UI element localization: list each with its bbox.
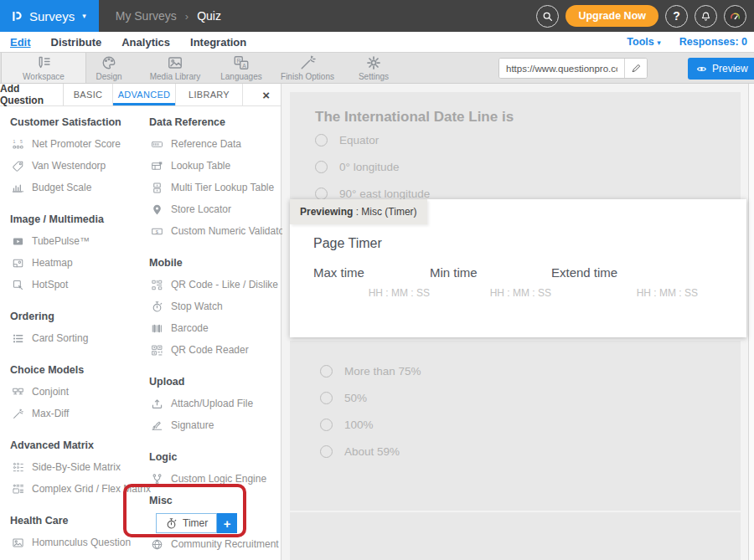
panel-tabs: BASICADVANCEDLIBRARY <box>64 84 243 105</box>
panel-tab-bar: Add Question BASICADVANCEDLIBRARY × <box>0 84 281 106</box>
question-type-heatmap[interactable]: Heatmap <box>8 252 141 274</box>
question-type-side-by-side-matrix[interactable]: Side-By-Side Matrix <box>8 456 141 478</box>
chevron-down-icon: ▾ <box>82 12 86 20</box>
question-type-barcode[interactable]: Barcode <box>144 317 280 339</box>
breadcrumb-separator: › <box>185 10 188 23</box>
top-header: Surveys ▾ My Surveys › Quiz Upgrade Now … <box>0 0 754 32</box>
tools-menu[interactable]: Tools ▾ <box>627 36 660 48</box>
question-type-max-diff[interactable]: Max-Diff <box>8 403 141 424</box>
chevron-down-icon: ▾ <box>657 39 661 47</box>
question-type-signature[interactable]: Signature <box>144 414 280 436</box>
add-question-button[interactable]: Add Question <box>0 84 64 105</box>
search-icon <box>542 11 553 22</box>
edit-toolbar: WorkspaceDesignMedia LibraryRALanguagesF… <box>0 52 754 84</box>
toolbar-design[interactable]: Design <box>75 53 142 83</box>
max-time-input[interactable]: HH : MM : SS <box>313 287 430 299</box>
toolbar-media-library[interactable]: Media Library <box>142 53 209 83</box>
close-panel-button[interactable]: × <box>251 84 281 105</box>
panel-tab-basic[interactable]: BASIC <box>64 84 113 105</box>
breadcrumb-current-survey: Quiz <box>197 9 221 23</box>
surveys-product-menu[interactable]: Surveys ▾ <box>0 0 99 32</box>
nav-tab-integration[interactable]: Integration <box>190 36 246 49</box>
question-block-3[interactable] <box>290 512 741 560</box>
nps-icon: 15 <box>12 138 24 151</box>
page-timer-panel: Previewing : Misc (Timer) Page Timer Max… <box>290 199 746 337</box>
price-tag-icon <box>12 160 24 172</box>
answer-option[interactable]: More than 75% <box>320 357 741 384</box>
timer-question-button[interactable]: Timer <box>156 513 217 533</box>
question-type-tubepulse[interactable]: TubePulse™ <box>8 230 141 252</box>
question-type-hotspot[interactable]: HotSpot <box>8 274 141 295</box>
question-type-reference-data[interactable]: Reference Data <box>144 133 280 155</box>
panel-tab-advanced[interactable]: ADVANCED <box>113 84 176 105</box>
question-type-qr-code-like-dislike[interactable]: QR Code - Like / Dislike <box>144 274 280 295</box>
reference-data-icon <box>151 138 163 151</box>
section-title-image-multimedia: Image / Multimedia <box>8 208 141 230</box>
question-types-column-1: Customer Satisfaction15Net Promoter Scor… <box>8 111 141 553</box>
bell-icon <box>700 11 711 22</box>
misc-section: MiscTimer+ <box>144 490 280 533</box>
scrollbar[interactable] <box>748 84 754 560</box>
question-type-custom-logic-engine[interactable]: Custom Logic Engine <box>144 468 280 490</box>
max-time-field: Max timeHH : MM : SS <box>313 265 430 299</box>
nav-tab-distribute[interactable]: Distribute <box>51 36 102 49</box>
question-type-attach-upload-file[interactable]: Attach/Upload File <box>144 393 280 414</box>
panel-tab-library[interactable]: LIBRARY <box>176 84 243 105</box>
signature-icon <box>151 419 163 432</box>
add-timer-button[interactable]: + <box>217 513 237 533</box>
question-type-conjoint[interactable]: Conjoint <box>8 381 141 403</box>
extend-time-input[interactable]: HH : MM : SS <box>551 287 698 299</box>
toolbar-workspace[interactable]: Workspace <box>1 53 86 83</box>
question-mark-icon: ? <box>673 9 680 23</box>
question-type-net-promoter-score[interactable]: 15Net Promoter Score <box>8 133 141 155</box>
section-title-advanced-matrix: Advanced Matrix <box>8 434 141 456</box>
svg-text:A: A <box>242 63 246 69</box>
nav-tab-edit[interactable]: Edit <box>10 36 31 49</box>
notifications-button[interactable] <box>695 5 717 28</box>
question-type-van-westendorp[interactable]: Van Westendorp <box>8 155 141 177</box>
breadcrumb-my-surveys[interactable]: My Surveys <box>116 9 177 23</box>
search-button[interactable] <box>536 5 559 28</box>
question-type-qr-code-reader[interactable]: QR Code Reader <box>144 339 280 361</box>
question-type-budget-scale[interactable]: Budget Scale <box>8 177 141 198</box>
min-time-input[interactable]: HH : MM : SS <box>430 287 551 299</box>
question-block-2[interactable]: More than 75%50%100%About 59% <box>290 341 741 511</box>
globe-icon <box>151 538 163 551</box>
settings-gear-icon <box>365 54 382 71</box>
nav-tab-analytics[interactable]: Analytics <box>121 36 170 49</box>
header-actions: Upgrade Now ? <box>536 5 754 28</box>
toolbar-languages[interactable]: RALanguages <box>208 53 275 83</box>
question-type-complex-grid-flex-matrix[interactable]: Complex Grid / Flex Matrix <box>8 478 141 500</box>
side-by-side-matrix-icon <box>12 461 24 474</box>
question-type-custom-numeric-validator[interactable]: $Custom Numeric Validator <box>144 220 280 242</box>
answer-option[interactable]: About 59% <box>320 438 741 465</box>
help-button[interactable]: ? <box>665 5 688 28</box>
upgrade-now-button[interactable]: Upgrade Now <box>566 5 658 27</box>
question-type-store-locator[interactable]: Store Locator <box>144 198 280 220</box>
preview-button[interactable]: Preview <box>688 58 754 80</box>
answer-option[interactable]: 0° longitude <box>315 153 741 180</box>
radio-icon <box>315 161 328 173</box>
question-type-stop-watch[interactable]: Stop Watch <box>144 295 280 317</box>
survey-url-input[interactable] <box>499 59 624 78</box>
stopwatch-icon <box>165 517 178 530</box>
answer-option[interactable]: Equator <box>315 126 741 153</box>
question-type-multi-tier-lookup-table[interactable]: Multi Tier Lookup Table <box>144 177 280 198</box>
toolbar-settings[interactable]: Settings <box>340 53 407 83</box>
toolbar-finish-options[interactable]: Finish Options <box>274 53 341 83</box>
question-type-homunculus-question[interactable]: Homunculus Question <box>8 532 141 553</box>
radio-icon <box>320 392 333 404</box>
question-type-card-sorting[interactable]: Card Sorting <box>8 327 141 349</box>
answer-option[interactable]: 50% <box>320 384 741 411</box>
answer-option[interactable]: 100% <box>320 411 741 438</box>
question-type-community-recruitment[interactable]: Community Recruitment <box>144 533 280 555</box>
section-title-health-care: Health Care <box>8 510 141 532</box>
avatar[interactable] <box>724 5 746 28</box>
edit-url-button[interactable] <box>624 59 647 78</box>
section-title-mobile: Mobile <box>144 252 280 274</box>
section-title-data-reference: Data Reference <box>144 111 280 133</box>
question-type-lookup-table[interactable]: Lookup Table <box>144 155 280 177</box>
maxdiff-wand-icon <box>12 408 24 420</box>
question-block-1[interactable]: The International Date Line is Equator0°… <box>290 92 741 199</box>
svg-text:5: 5 <box>20 139 23 144</box>
